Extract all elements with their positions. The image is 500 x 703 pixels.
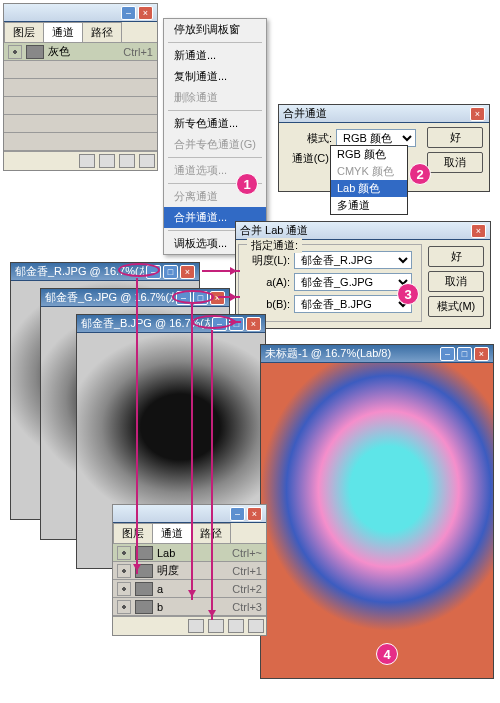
dialog-titlebar[interactable]: 合并通道 × <box>279 105 489 123</box>
maximize-icon[interactable]: □ <box>163 265 178 279</box>
image-content <box>261 363 493 678</box>
close-icon[interactable]: × <box>180 265 195 279</box>
image-titlebar[interactable]: 郁金香_R.JPG @ 16.7%(灰色/8)–□× <box>11 263 199 281</box>
arrow-icon <box>229 321 241 323</box>
channel-label: Lab <box>157 547 232 559</box>
a-select[interactable]: 郁金香_G.JPG <box>294 273 412 291</box>
mode-option-lab[interactable]: Lab 颜色 <box>331 180 407 197</box>
step-badge-3: 3 <box>397 283 419 305</box>
tab-layers[interactable]: 图层 <box>4 22 44 42</box>
channel-row[interactable]: 灰色 Ctrl+1 <box>4 43 157 61</box>
save-selection-icon[interactable] <box>208 619 224 633</box>
close-icon[interactable]: × <box>470 107 485 121</box>
tab-channels[interactable]: 通道 <box>43 22 83 42</box>
minimize-icon[interactable]: – <box>230 507 245 521</box>
highlight-circle <box>192 315 234 329</box>
arrow-icon <box>202 270 240 272</box>
tab-channels[interactable]: 通道 <box>152 523 192 543</box>
channel-shortcut: Ctrl+1 <box>232 565 262 577</box>
close-icon[interactable]: × <box>247 507 262 521</box>
save-selection-icon[interactable] <box>99 154 115 168</box>
group-title: 指定通道: <box>247 238 302 253</box>
channel-shortcut: Ctrl+1 <box>123 46 153 58</box>
visibility-icon[interactable] <box>8 45 22 59</box>
dialog-title: 合并通道 <box>283 106 468 121</box>
channel-thumb <box>26 45 44 59</box>
cancel-button[interactable]: 取消 <box>427 152 483 173</box>
step-badge-1: 1 <box>236 173 258 195</box>
channel-shortcut: Ctrl+~ <box>232 547 262 559</box>
close-icon[interactable]: × <box>471 224 486 238</box>
delete-channel-icon[interactable] <box>139 154 155 168</box>
highlight-circle <box>172 290 214 304</box>
menu-dup-channel[interactable]: 复制通道... <box>164 66 266 87</box>
ok-button[interactable]: 好 <box>427 127 483 148</box>
arrow-icon <box>191 304 193 600</box>
panel-titlebar: – × <box>4 4 157 22</box>
load-selection-icon[interactable] <box>79 154 95 168</box>
ok-button[interactable]: 好 <box>428 246 484 267</box>
close-icon[interactable]: × <box>138 6 153 20</box>
arrow-icon <box>211 330 213 620</box>
new-channel-icon[interactable] <box>228 619 244 633</box>
channel-shortcut: Ctrl+3 <box>232 601 262 613</box>
channel-row-empty <box>4 133 157 151</box>
cancel-button[interactable]: 取消 <box>428 271 484 292</box>
visibility-icon[interactable] <box>117 546 131 560</box>
menu-new-spot[interactable]: 新专色通道... <box>164 113 266 134</box>
channels-panel: – × 图层 通道 路径 灰色 Ctrl+1 <box>3 3 158 171</box>
visibility-icon[interactable] <box>117 600 131 614</box>
l-label: 明度(L): <box>245 253 290 268</box>
channel-label: 灰色 <box>48 44 123 59</box>
channel-list: 灰色 Ctrl+1 <box>4 43 157 151</box>
image-title: 未标题-1 @ 16.7%(Lab/8) <box>265 346 438 361</box>
step-badge-2: 2 <box>409 163 431 185</box>
arrow-icon <box>136 278 138 574</box>
channel-label: 明度 <box>157 563 232 578</box>
mode-button[interactable]: 模式(M) <box>428 296 484 317</box>
panel-footer <box>4 151 157 170</box>
b-select[interactable]: 郁金香_B.JPG <box>294 295 412 313</box>
minimize-icon[interactable]: – <box>121 6 136 20</box>
channel-row-empty <box>4 61 157 79</box>
minimize-icon[interactable]: – <box>440 347 455 361</box>
image-title: 郁金香_G.JPG @ 16.7%(灰色/8) <box>45 290 174 305</box>
menu-new-channel[interactable]: 新通道... <box>164 45 266 66</box>
channel-row-empty <box>4 79 157 97</box>
tab-paths[interactable]: 路径 <box>82 22 122 42</box>
close-icon[interactable]: × <box>246 317 261 331</box>
visibility-icon[interactable] <box>117 582 131 596</box>
load-selection-icon[interactable] <box>188 619 204 633</box>
highlight-circle <box>118 263 160 277</box>
mode-dropdown: RGB 颜色 CMYK 颜色 Lab 颜色 多通道 <box>330 145 408 215</box>
image-titlebar[interactable]: 未标题-1 @ 16.7%(Lab/8)–□× <box>261 345 493 363</box>
arrow-icon <box>218 296 240 298</box>
mode-option-rgb[interactable]: RGB 颜色 <box>331 146 407 163</box>
l-select[interactable]: 郁金香_R.JPG <box>294 251 412 269</box>
tab-layers[interactable]: 图层 <box>113 523 153 543</box>
menu-dock[interactable]: 停放到调板窗 <box>164 19 266 40</box>
step-badge-4: 4 <box>376 643 398 665</box>
channel-thumb <box>135 582 153 596</box>
b-label: b(B): <box>245 298 290 310</box>
merge-lab-dialog: 合并 Lab 通道 × 指定通道: 明度(L):郁金香_R.JPG a(A):郁… <box>235 221 491 329</box>
new-channel-icon[interactable] <box>119 154 135 168</box>
image-window-result: 未标题-1 @ 16.7%(Lab/8)–□× <box>260 344 494 679</box>
close-icon[interactable]: × <box>474 347 489 361</box>
panel-flyout-menu: 停放到调板窗 新通道... 复制通道... 删除通道 新专色通道... 合并专色… <box>163 18 267 255</box>
dialog-title: 合并 Lab 通道 <box>240 223 469 238</box>
menu-del-channel: 删除通道 <box>164 87 266 108</box>
channel-thumb <box>135 600 153 614</box>
channel-label: b <box>157 601 232 613</box>
channel-shortcut: Ctrl+2 <box>232 583 262 595</box>
a-label: a(A): <box>245 276 290 288</box>
channel-row-empty <box>4 115 157 133</box>
visibility-icon[interactable] <box>117 564 131 578</box>
channel-row-empty <box>4 97 157 115</box>
channels-label: 通道(C): <box>287 151 332 166</box>
menu-merge-spot: 合并专色通道(G) <box>164 134 266 155</box>
panel-tabs: 图层 通道 路径 <box>4 22 157 43</box>
mode-option-multi[interactable]: 多通道 <box>331 197 407 214</box>
maximize-icon[interactable]: □ <box>457 347 472 361</box>
delete-channel-icon[interactable] <box>248 619 264 633</box>
